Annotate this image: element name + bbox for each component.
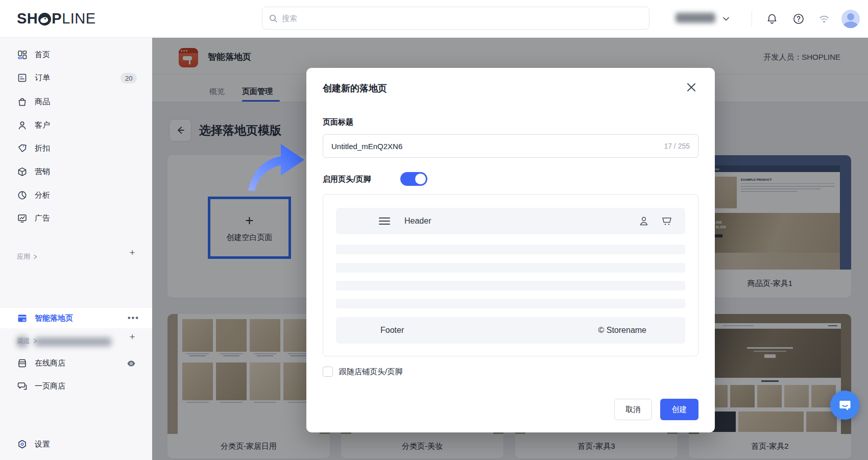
checkbox-label: 跟随店铺页头/页脚 — [339, 367, 402, 377]
sidebar-item-label: 营销 — [35, 167, 50, 177]
svg-text:AI: AI — [22, 318, 26, 321]
network-wifi-icon[interactable] — [818, 13, 830, 25]
account-name-redacted[interactable] — [676, 13, 715, 23]
discount-tag-icon — [17, 143, 28, 154]
preview-header-bar: Header — [336, 208, 685, 234]
page-title-field-label: 页面标题 — [323, 117, 353, 127]
user-avatar[interactable] — [841, 10, 860, 28]
topbar-divider — [752, 11, 752, 27]
customers-icon — [17, 120, 28, 131]
online-store-icon — [17, 358, 28, 369]
home-dashboard-icon — [17, 50, 28, 60]
chat-bubble-icon — [838, 398, 852, 413]
skeleton-line — [336, 281, 685, 290]
sidebar-item-home[interactable]: 首页 — [0, 43, 152, 66]
preview-copyright: © Storename — [598, 326, 647, 335]
analytics-pie-icon — [17, 190, 28, 201]
notifications-bell-icon[interactable] — [766, 13, 778, 25]
search-icon — [269, 14, 278, 23]
sidebar-item-label: 商品 — [35, 97, 50, 107]
sidebar-item-label: 订单 — [35, 73, 50, 83]
checkbox[interactable] — [323, 367, 333, 377]
orders-count-badge: 20 — [120, 72, 137, 83]
chat-widget-button[interactable] — [830, 391, 859, 420]
sidebar-item-ads[interactable]: 广告 — [0, 207, 152, 230]
sidebar-item-label: 首页 — [35, 50, 50, 60]
sidebar-item-customers[interactable]: 客户 — [0, 114, 152, 137]
smart-landing-icon: AI — [17, 313, 28, 324]
more-options-icon[interactable]: ••• — [128, 313, 139, 323]
create-landing-page-modal: 创建新的落地页 页面标题 17 / 255 启用页头/页脚 Header Foo… — [306, 68, 715, 432]
sidebar-item-smart-landing-page[interactable]: AI 智能落地页 ••• — [0, 308, 152, 328]
sidebar-item-one-page-store[interactable]: 一页商店 — [0, 375, 152, 398]
sidebar-item-label: 在线商店 — [35, 358, 65, 368]
sidebar-item-settings[interactable]: 设置 — [0, 433, 152, 456]
sidebar-item-label: 设置 — [35, 440, 50, 449]
eye-visibility-icon[interactable] — [126, 358, 136, 369]
cart-icon — [661, 215, 673, 227]
search-input[interactable] — [282, 14, 643, 22]
one-page-store-icon — [17, 381, 28, 392]
enable-header-footer-toggle[interactable] — [400, 172, 427, 186]
help-icon[interactable] — [792, 13, 805, 25]
sidebar-item-label: 广告 — [35, 213, 50, 223]
products-bag-icon — [17, 96, 28, 107]
follow-store-header-footer-checkbox-row[interactable]: 跟随店铺页头/页脚 — [323, 367, 402, 377]
sidebar-section-channels[interactable]: 渠道 — [17, 336, 38, 346]
orders-icon — [17, 72, 28, 83]
tutorial-arrow-icon — [244, 137, 306, 191]
sidebar-item-label: 折扣 — [35, 143, 50, 153]
chevron-right-icon — [33, 254, 38, 259]
sidebar-item-online-store[interactable]: 在线商店 — [0, 352, 152, 375]
skeleton-line — [336, 299, 685, 308]
page-title-input[interactable] — [331, 142, 664, 151]
sidebar-item-label: 智能落地页 — [35, 313, 73, 323]
sidebar-item-products[interactable]: 商品 — [0, 90, 152, 113]
ads-screen-icon — [17, 213, 28, 224]
preview-footer-label: Footer — [380, 326, 404, 335]
sidebar-item-discounts[interactable]: 折扣 — [0, 137, 152, 160]
preview-footer-bar: Footer © Storename — [336, 317, 685, 344]
skeleton-line — [336, 245, 685, 254]
sidebar-item-orders[interactable]: 订单 20 — [0, 66, 152, 89]
logo-o-fish-icon — [38, 13, 51, 26]
skeleton-line — [336, 263, 685, 273]
char-counter: 17 / 255 — [664, 142, 690, 150]
chevron-right-icon — [33, 338, 38, 344]
header-footer-preview-panel: Header Footer © Storename — [323, 194, 698, 356]
chevron-down-icon[interactable] — [722, 15, 730, 23]
sidebar-item-marketing[interactable]: 营销 — [0, 160, 152, 183]
create-button[interactable]: 创建 — [660, 399, 698, 420]
global-search[interactable] — [262, 7, 649, 30]
hamburger-menu-icon — [379, 217, 390, 225]
sidebar-item-analytics[interactable]: 分析 — [0, 184, 152, 207]
close-icon[interactable] — [685, 81, 697, 93]
marketing-cube-icon — [17, 166, 28, 177]
account-person-icon — [638, 215, 649, 227]
enable-header-footer-label: 启用页头/页脚 — [323, 175, 371, 184]
shopline-logo: SHPLINE — [17, 10, 96, 27]
sidebar-section-apps[interactable]: 应用 — [17, 252, 38, 261]
cancel-button[interactable]: 取消 — [614, 399, 652, 420]
sidebar-item-label: 一页商店 — [35, 381, 65, 391]
shopline-admin: 智能落地页 开发人员：SHOPLINE 概览 页面管理 选择落地页模版 + 创建… — [0, 0, 868, 460]
sidebar-item-label: 分析 — [35, 190, 50, 200]
sidebar-item-label: 客户 — [35, 120, 50, 130]
topbar: SHPLINE — [0, 0, 868, 38]
add-channel-button[interactable]: + — [128, 332, 137, 342]
add-app-button[interactable]: + — [128, 248, 137, 257]
sidebar: 首页 订单 20 商品 客户 折扣 营销 分析 广告 — [0, 38, 152, 460]
page-title-input-wrap: 17 / 255 — [323, 134, 698, 158]
modal-title: 创建新的落地页 — [323, 82, 387, 94]
settings-gear-icon — [17, 439, 28, 450]
preview-header-label: Header — [404, 216, 431, 226]
